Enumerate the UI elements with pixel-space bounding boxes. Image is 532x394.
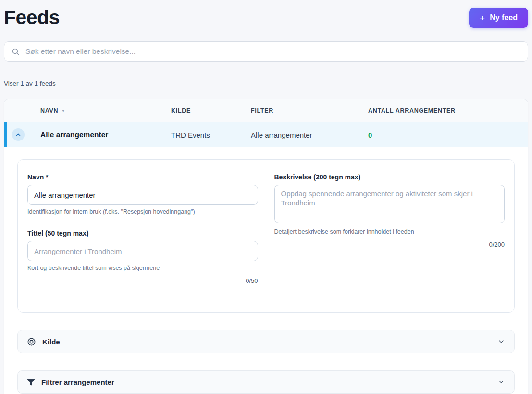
search-icon bbox=[12, 48, 20, 56]
feed-count-cell: 0 bbox=[368, 131, 528, 139]
description-field[interactable] bbox=[274, 185, 505, 223]
feeds-table: Navn ▾ Kilde Filter Antall arrangementer… bbox=[4, 99, 528, 394]
section-filtrer-arrangementer[interactable]: Filtrer arrangementer bbox=[17, 370, 515, 394]
chevron-up-icon bbox=[15, 131, 22, 138]
new-feed-button-label: Ny feed bbox=[490, 13, 518, 22]
description-field-label: Beskrivelse (200 tegn max) bbox=[274, 173, 505, 181]
title-field-help: Kort og beskrivende tittel som vises på … bbox=[27, 265, 258, 271]
target-icon bbox=[27, 337, 36, 346]
section-kilde[interactable]: Kilde bbox=[17, 330, 515, 353]
table-row[interactable]: Alle arrangementer TRD Events Alle arran… bbox=[4, 122, 528, 147]
search-input[interactable] bbox=[4, 42, 528, 61]
sort-caret-icon: ▾ bbox=[62, 108, 65, 113]
section-kilde-label: Kilde bbox=[42, 338, 491, 346]
feed-name-cell: Alle arrangementer bbox=[40, 130, 171, 139]
column-header-antall: Antall arrangementer bbox=[368, 107, 528, 114]
results-summary: Viser 1 av 1 feeds bbox=[4, 80, 528, 87]
column-header-filter: Filter bbox=[251, 107, 368, 114]
collapse-row-button[interactable] bbox=[12, 128, 25, 141]
filter-icon bbox=[27, 378, 35, 386]
chevron-down-icon bbox=[497, 338, 505, 345]
name-field-label: Navn * bbox=[27, 173, 258, 181]
title-field[interactable] bbox=[27, 241, 258, 261]
feed-details-panel: Navn * Identifikasjon for intern bruk (f… bbox=[4, 147, 528, 394]
form-right-column: Beskrivelse (200 tegn max) Detaljert bes… bbox=[274, 169, 505, 284]
search-bar bbox=[4, 41, 528, 62]
column-header-kilde: Kilde bbox=[171, 107, 251, 114]
field-gap bbox=[27, 215, 258, 226]
page-header: Feeds + Ny feed bbox=[4, 0, 528, 41]
column-header-navn-label: Navn bbox=[40, 107, 58, 114]
page-title: Feeds bbox=[4, 6, 60, 29]
form-left-column: Navn * Identifikasjon for intern bruk (f… bbox=[27, 169, 258, 284]
chevron-down-icon bbox=[497, 378, 505, 386]
feeds-page: Feeds + Ny feed Viser 1 av 1 feeds Navn … bbox=[0, 0, 532, 394]
feed-form-card: Navn * Identifikasjon for intern bruk (f… bbox=[17, 159, 515, 313]
row-collapse-cell bbox=[4, 128, 40, 141]
description-field-help: Detaljert beskrivelse som forklarer innh… bbox=[274, 229, 505, 235]
section-filtrer-label: Filtrer arrangementer bbox=[41, 378, 491, 386]
name-field-help: Identifikasjon for intern bruk (f.eks. "… bbox=[27, 208, 258, 215]
title-char-counter: 0/50 bbox=[27, 277, 258, 284]
plus-icon: + bbox=[480, 13, 485, 23]
feed-filter-cell: Alle arrangementer bbox=[251, 131, 368, 139]
title-field-label: Tittel (50 tegn max) bbox=[27, 229, 258, 237]
feed-source-cell: TRD Events bbox=[171, 131, 251, 139]
new-feed-button[interactable]: + Ny feed bbox=[469, 8, 528, 28]
column-header-navn[interactable]: Navn ▾ bbox=[40, 107, 171, 114]
description-char-counter: 0/200 bbox=[274, 241, 505, 248]
name-field[interactable] bbox=[27, 185, 258, 205]
table-header: Navn ▾ Kilde Filter Antall arrangementer bbox=[4, 99, 528, 122]
